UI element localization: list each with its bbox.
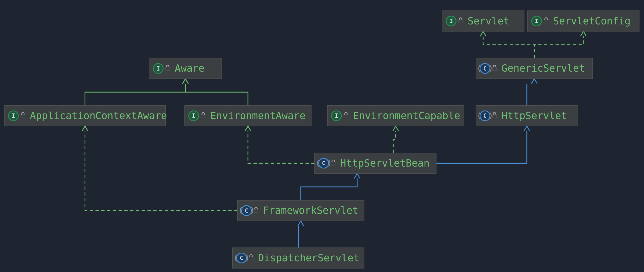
svg-text:I: I bbox=[157, 65, 160, 72]
svg-rect-3 bbox=[459, 20, 463, 23]
svg-rect-19 bbox=[493, 115, 497, 118]
edge-envAware-aware bbox=[183, 79, 248, 105]
node-httpServletBean[interactable]: CHttpServletBean bbox=[314, 153, 436, 174]
svg-text:I: I bbox=[12, 112, 15, 119]
svg-rect-7 bbox=[544, 20, 548, 23]
node-label-httpServletBean: HttpServletBean bbox=[340, 157, 430, 169]
node-label-aware: Aware bbox=[175, 63, 205, 74]
edge-httpServletBean-envCapable bbox=[393, 126, 399, 153]
node-label-envCapable: EnvironmentCapable bbox=[353, 110, 460, 122]
svg-rect-43 bbox=[249, 257, 253, 260]
class-diagram: IServletIServletConfigCGenericServletIAw… bbox=[0, 0, 644, 272]
svg-text:C: C bbox=[245, 207, 248, 214]
svg-text:C: C bbox=[483, 112, 487, 119]
edge-frameworkServlet-appCtxAware bbox=[82, 126, 237, 211]
svg-rect-27 bbox=[201, 115, 205, 118]
node-label-envAware: EnvironmentAware bbox=[210, 110, 306, 122]
edge-appCtxAware-aware bbox=[85, 79, 188, 105]
svg-text:C: C bbox=[240, 255, 243, 261]
svg-rect-23 bbox=[21, 115, 25, 118]
node-servletConfig[interactable]: IServletConfig bbox=[527, 11, 639, 31]
node-label-genericServlet: GenericServlet bbox=[501, 63, 585, 74]
node-label-servletConfig: ServletConfig bbox=[553, 15, 631, 27]
svg-text:I: I bbox=[335, 112, 338, 119]
edge-genericServlet-servletConfig bbox=[534, 31, 586, 58]
node-httpServlet[interactable]: CHttpServlet bbox=[476, 105, 578, 126]
svg-rect-15 bbox=[166, 67, 170, 70]
edge-dispatcherServlet-frameworkServlet bbox=[298, 221, 304, 248]
node-dispatcherServlet[interactable]: CDispatcherServlet bbox=[233, 248, 364, 268]
edge-genericServlet-servlet bbox=[480, 31, 534, 58]
svg-rect-31 bbox=[344, 115, 348, 118]
edge-httpServlet-genericServlet bbox=[527, 79, 537, 105]
node-label-httpServlet: HttpServlet bbox=[501, 110, 567, 122]
svg-text:I: I bbox=[449, 18, 453, 24]
node-label-dispatcherServlet: DispatcherServlet bbox=[258, 252, 359, 264]
node-frameworkServlet[interactable]: CFrameworkServlet bbox=[237, 200, 364, 221]
node-genericServlet[interactable]: CGenericServlet bbox=[476, 58, 593, 79]
node-aware[interactable]: IAware bbox=[149, 58, 222, 79]
node-appCtxAware[interactable]: IApplicationContextAware bbox=[4, 105, 167, 126]
svg-rect-39 bbox=[254, 209, 258, 212]
node-label-appCtxAware: ApplicationContextAware bbox=[30, 110, 167, 122]
edge-httpServletBean-httpServlet bbox=[436, 126, 530, 163]
node-label-frameworkServlet: FrameworkServlet bbox=[263, 205, 358, 216]
svg-text:C: C bbox=[322, 160, 325, 167]
svg-rect-35 bbox=[331, 162, 335, 165]
edge-frameworkServlet-httpServletBean bbox=[301, 174, 360, 200]
svg-text:I: I bbox=[535, 18, 538, 24]
node-envAware[interactable]: IEnvironmentAware bbox=[184, 105, 311, 126]
node-label-servlet: Servlet bbox=[468, 15, 509, 27]
node-envCapable[interactable]: IEnvironmentCapable bbox=[327, 105, 464, 126]
svg-text:I: I bbox=[192, 112, 196, 119]
svg-text:C: C bbox=[483, 65, 487, 72]
node-servlet[interactable]: IServlet bbox=[442, 11, 524, 31]
edge-httpServletBean-envAware bbox=[245, 126, 314, 163]
svg-rect-11 bbox=[493, 67, 497, 70]
